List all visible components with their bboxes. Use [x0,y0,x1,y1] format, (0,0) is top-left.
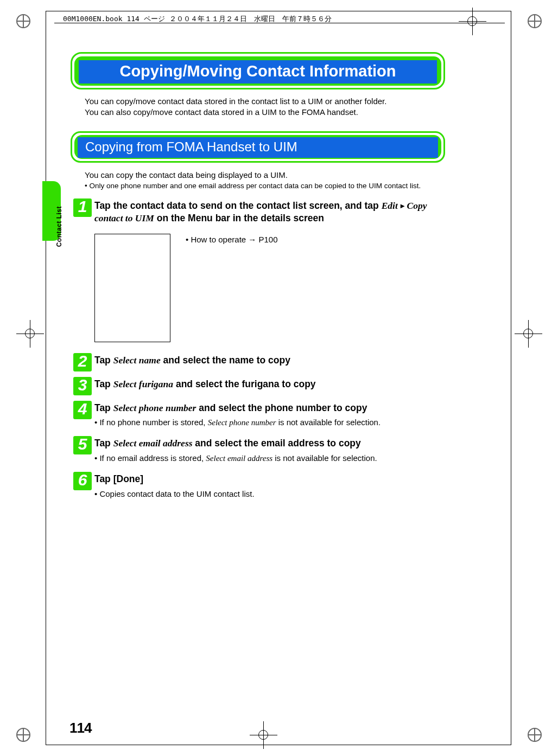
section-intro: You can copy the contact data being disp… [85,170,445,180]
header-divider [54,23,505,23]
step-number: 5 [73,436,92,454]
step-note-text: If no phone number is stored, [99,418,207,427]
step-title: Tap Select name and select the name to c… [94,354,445,367]
screenshot-placeholder [94,234,170,342]
section-title: Copying from FOMA Handset to UIM [78,137,438,158]
step-illustration-row: How to operate → P100 [94,234,445,342]
field-select-name: Select name [113,355,161,366]
step-note: If no email address is stored, Select em… [94,453,445,463]
step-text: on the Menu bar in the details screen [157,213,324,223]
page-title: Copying/Moving Contact Information [79,60,437,84]
step-note: Copies contact data to the UIM contact l… [94,489,445,498]
side-section-label: Contact List [55,206,63,247]
step-number: 4 [73,401,92,419]
step-text: and select the furigana to copy [173,379,316,389]
field-select-phone: Select phone number [113,402,196,413]
sub-title-container: Copying from FOMA Handset to UIM [71,131,445,163]
crop-mark [515,320,542,347]
main-title-container: Copying/Moving Contact Information [71,52,445,89]
step-text: Tap [94,402,113,413]
step-number: 2 [73,353,92,371]
breadcrumb-arrow-icon: ▸ [401,201,404,211]
step-text: and select the email address to copy [193,438,361,449]
how-to-operate-ref: How to operate → P100 [186,234,278,342]
step-text: Tap [94,355,113,366]
step-1: 1 Tap the contact data to send on the co… [71,198,445,228]
step-text: Tap [94,438,113,449]
registration-mark [16,728,30,742]
step-note-text: If no email address is stored, [99,453,206,463]
step-4: 4 Tap Select phone number and select the… [71,401,445,431]
registration-mark [528,14,542,28]
registration-mark [528,728,542,742]
menu-edit: Edit [382,200,398,211]
step-number: 1 [73,198,92,217]
step-5: 5 Tap Select email address and select th… [71,436,445,466]
section-note: Only one phone number and one email addr… [85,182,445,190]
step-title: Tap the contact data to send on the cont… [94,200,445,225]
step-title: Tap Select furigana and select the furig… [94,378,445,391]
step-2: 2 Tap Select name and select the name to… [71,353,445,371]
step-title: Tap [Done] [94,473,445,486]
step-note-text: is not available for selection. [276,418,381,427]
step-6: 6 Tap [Done] Copies contact data to the … [71,472,445,502]
step-text: and select the name to copy [161,355,290,366]
intro-line: You can also copy/move contact data stor… [85,107,445,118]
step-title: Tap Select phone number and select the p… [94,402,445,415]
step-number: 3 [73,377,92,395]
field-select-email: Select email address [206,454,272,463]
step-text: Tap [94,379,113,389]
step-note-text: is not available for selection. [272,453,377,463]
intro-line: You can copy/move contact data stored in… [85,96,445,107]
step-text: and select the phone number to copy [196,402,367,413]
page-number: 114 [69,720,91,736]
registration-mark [16,14,30,28]
crop-mark [16,320,43,347]
page-content: Copying/Moving Contact Information You c… [71,52,445,507]
step-text: Tap the contact data to send on the cont… [94,200,382,211]
intro-text: You can copy/move contact data stored in… [85,96,445,118]
step-3: 3 Tap Select furigana and select the fur… [71,377,445,395]
field-select-email: Select email address [113,438,193,449]
step-number: 6 [73,472,92,490]
field-select-phone: Select phone number [208,418,276,427]
step-title: Tap Select email address and select the … [94,437,445,450]
step-note: If no phone number is stored, Select pho… [94,418,445,427]
field-select-furigana: Select furigana [113,379,173,389]
steps-list: 1 Tap the contact data to send on the co… [71,198,445,502]
